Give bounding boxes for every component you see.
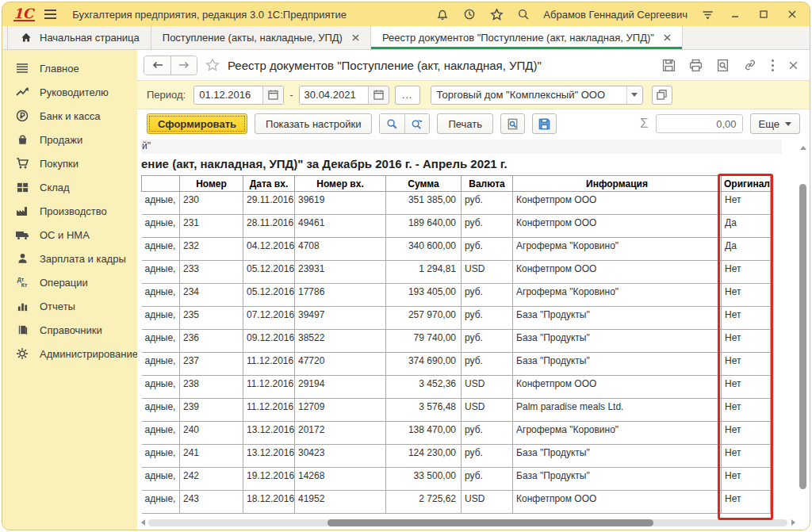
sidebar-item-proizvodstvo[interactable]: Производство (2, 199, 137, 223)
cell-number-in[interactable]: 17786 (295, 284, 386, 307)
print-icon[interactable] (689, 59, 703, 72)
tab-reestr[interactable]: Реестр документов "Поступление (акт, нак… (371, 26, 683, 49)
calendar-icon[interactable] (262, 86, 283, 104)
cell-number-in[interactable]: 41952 (295, 491, 386, 514)
sidebar-item-glavnoe[interactable]: Главное (2, 56, 137, 80)
cell-doc-clipped[interactable]: адные, (142, 284, 180, 307)
history-icon[interactable] (462, 7, 477, 21)
table-row[interactable]: адные, 236 09.12.2016 38522 79 740,00 ру… (142, 330, 771, 353)
close-tab-icon[interactable] (352, 34, 359, 41)
cell-sum[interactable]: 351 385,00 (386, 192, 462, 215)
cell-sum[interactable]: 193 405,00 (386, 284, 462, 307)
cell-number[interactable]: 233 (180, 261, 243, 284)
cell-number-in[interactable]: 39497 (295, 307, 386, 330)
cell-number-in[interactable]: 20172 (295, 422, 386, 445)
cell-currency[interactable]: USD (462, 261, 513, 284)
cell-date-in[interactable]: 19.12.2016 (243, 468, 295, 491)
cell-number[interactable]: 241 (180, 445, 243, 468)
reset-find-icon[interactable] (404, 114, 429, 133)
cell-sum[interactable]: 79 740,00 (386, 330, 462, 353)
cell-original[interactable]: Да (722, 238, 771, 261)
tab-home[interactable]: Начальная страница (7, 26, 151, 49)
sidebar-item-otchety[interactable]: Отчеты (2, 294, 137, 318)
cell-number-in[interactable]: 39619 (295, 192, 386, 215)
scroll-right-icon[interactable] (791, 519, 795, 526)
cell-original[interactable]: Нет (722, 307, 771, 330)
cell-doc-clipped[interactable]: адные, (142, 376, 180, 399)
cell-number-in[interactable]: 30423 (295, 445, 386, 468)
sidebar-item-spravochniki[interactable]: Справочники (2, 318, 137, 342)
sidebar-item-os-nma[interactable]: ОС и НМА (2, 223, 137, 247)
cell-doc-clipped[interactable]: адные, (142, 399, 180, 422)
sidebar-item-bank-kassa[interactable]: Банк и касса (2, 104, 137, 128)
table-row[interactable]: адные, 237 11.12.2016 47720 374 690,00 р… (142, 353, 771, 376)
table-row[interactable]: адные, 230 29.11.2016 39619 351 385,00 р… (142, 192, 771, 215)
cell-date-in[interactable]: 04.12.2016 (243, 238, 295, 261)
cell-number[interactable]: 235 (180, 307, 243, 330)
cell-date-in[interactable]: 11.12.2016 (243, 399, 295, 422)
cell-number-in[interactable]: 12709 (295, 399, 386, 422)
show-settings-button[interactable]: Показать настройки (255, 113, 372, 134)
cell-currency[interactable]: руб. (462, 284, 513, 307)
cell-sum[interactable]: 138 470,00 (386, 422, 462, 445)
cell-info[interactable]: База "Продукты" (513, 330, 722, 353)
cell-date-in[interactable]: 13.12.2016 (243, 422, 295, 445)
cell-currency[interactable]: USD (462, 491, 513, 514)
scroll-left-icon[interactable] (141, 519, 145, 526)
table-row[interactable]: адные, 239 11.12.2016 12709 3 576,48 USD… (142, 399, 771, 422)
cell-doc-clipped[interactable]: адные, (142, 192, 180, 215)
cell-date-in[interactable]: 18.12.2016 (243, 491, 295, 514)
horizontal-scroll-thumb[interactable] (327, 519, 653, 526)
service-menu-icon[interactable] (700, 7, 714, 21)
cell-original[interactable]: Нет (722, 399, 771, 422)
cell-number[interactable]: 239 (180, 399, 243, 422)
table-row[interactable]: адные, 232 04.12.2016 4708 340 600,00 ру… (142, 238, 771, 261)
cell-number[interactable]: 234 (180, 284, 243, 307)
cell-number-in[interactable]: 14268 (295, 468, 386, 491)
favorite-star-icon[interactable] (205, 58, 220, 72)
cell-date-in[interactable]: 28.11.2016 (243, 215, 295, 238)
cell-doc-clipped[interactable]: адные, (142, 353, 180, 376)
cell-doc-clipped[interactable]: адные, (142, 261, 180, 284)
cell-currency[interactable]: руб. (462, 422, 513, 445)
table-row[interactable]: адные, 231 28.11.2016 49461 189 640,00 р… (142, 215, 771, 238)
vertical-scroll-thumb[interactable] (799, 184, 806, 489)
cell-info[interactable]: Конфетпром ООО (513, 215, 722, 238)
cell-doc-clipped[interactable]: адные, (142, 307, 180, 330)
cell-date-in[interactable]: 13.12.2016 (243, 445, 295, 468)
horizontal-scrollbar[interactable] (148, 519, 787, 526)
save-icon[interactable] (662, 59, 676, 72)
table-row[interactable]: адные, 233 05.12.2016 23931 1 294,81 USD… (142, 261, 771, 284)
cell-number[interactable]: 232 (180, 238, 243, 261)
cell-original[interactable]: Нет (722, 192, 771, 215)
cell-sum[interactable]: 3 452,36 (386, 376, 462, 399)
cell-original[interactable]: Нет (722, 376, 771, 399)
cell-doc-clipped[interactable]: адные, (142, 422, 180, 445)
cell-date-in[interactable]: 09.12.2016 (243, 330, 295, 353)
cell-date-in[interactable]: 11.12.2016 (243, 376, 295, 399)
cell-info[interactable]: Palm paradise meals Ltd. (513, 399, 722, 422)
cell-number-in[interactable]: 23931 (295, 261, 386, 284)
cell-original[interactable]: Нет (722, 468, 771, 491)
cell-currency[interactable]: руб. (462, 238, 513, 261)
cell-number-in[interactable]: 49461 (295, 215, 386, 238)
more-actions-icon[interactable] (771, 59, 775, 72)
cell-sum[interactable]: 3 576,48 (386, 399, 462, 422)
cell-number-in[interactable]: 29194 (295, 376, 386, 399)
cell-doc-clipped[interactable]: адные, (142, 468, 180, 491)
cell-info[interactable]: Конфетпром ООО (513, 192, 722, 215)
sidebar-item-administrirovanie[interactable]: Администрирование (2, 342, 137, 366)
cell-date-in[interactable]: 05.12.2016 (243, 284, 295, 307)
sidebar-item-pokupki[interactable]: Покупки (2, 151, 137, 175)
cell-sum[interactable]: 257 970,00 (386, 307, 462, 330)
close-tab-icon[interactable] (664, 34, 671, 41)
sidebar-item-rukovoditelyu[interactable]: Руководителю (2, 80, 137, 104)
forward-button[interactable] (170, 56, 197, 75)
find-icon[interactable] (380, 114, 404, 133)
table-row[interactable]: адные, 241 13.12.2016 30423 124 230,00 р… (142, 445, 771, 468)
sidebar-item-prodazhi[interactable]: Продажи (2, 128, 137, 151)
cell-number[interactable]: 243 (180, 491, 243, 514)
cell-doc-clipped[interactable]: адные, (142, 491, 180, 514)
minimize-icon[interactable] (727, 7, 743, 21)
cell-number[interactable]: 238 (180, 376, 243, 399)
